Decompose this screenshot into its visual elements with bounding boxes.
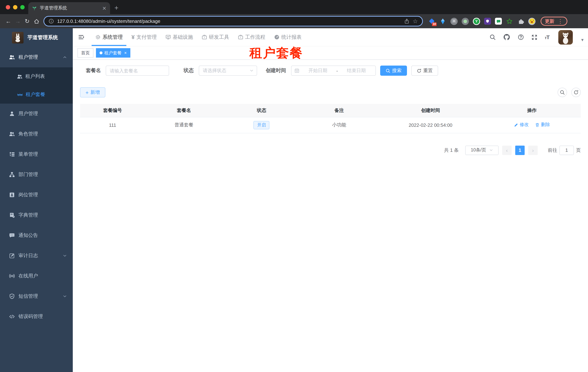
- diamond-extension-icon[interactable]: 10: [428, 18, 435, 25]
- sidebar-item-tenant-management[interactable]: 租户管理: [0, 47, 73, 67]
- chevron-up-icon: [63, 55, 67, 59]
- url-text[interactable]: 127.0.0.1:48080/admin-ui/system/tenant/p…: [57, 19, 401, 24]
- home-icon[interactable]: [32, 18, 41, 24]
- delete-button[interactable]: 删除: [535, 122, 550, 128]
- users-icon: [17, 74, 22, 79]
- sidebar-item-audit-log[interactable]: 审计日志: [0, 245, 73, 266]
- caret-down-icon[interactable]: ▼: [580, 37, 584, 42]
- kebab-menu-icon[interactable]: ⋮: [557, 18, 563, 24]
- extensions-row: 10 ⌘ Y: [428, 18, 536, 25]
- new-tab-button[interactable]: +: [115, 3, 118, 13]
- search-icon[interactable]: [489, 34, 495, 40]
- sidebar-item-dept-management[interactable]: 部门管理: [0, 164, 73, 185]
- bookmark-star-icon[interactable]: ☆: [413, 18, 418, 25]
- tab-close-icon[interactable]: ✕: [102, 5, 106, 11]
- extension-badge: 10: [432, 22, 437, 26]
- table-header-row: 套餐编号 套餐名 状态 备注 创建时间 操作: [80, 104, 581, 117]
- tag-home[interactable]: 首页: [77, 48, 94, 58]
- gear-icon: [95, 34, 101, 40]
- goto-page-input[interactable]: [559, 145, 574, 155]
- tag-label: 租户套餐: [104, 50, 122, 56]
- sidebar-item-online-users[interactable]: 在线用户: [0, 266, 73, 286]
- status-placeholder: 请选择状态: [203, 67, 250, 74]
- share-icon[interactable]: [404, 19, 409, 24]
- github-icon[interactable]: [503, 34, 510, 41]
- kite-extension-icon[interactable]: [439, 18, 446, 25]
- window-zoom-button[interactable]: [20, 5, 25, 10]
- window-close-button[interactable]: [6, 5, 10, 10]
- edit-button[interactable]: 修改: [514, 122, 529, 128]
- browser-toolbar: ← → ↻ 127.0.0.1:48080/admin-ui/system/te…: [0, 14, 588, 28]
- seedling-favicon-icon: [32, 6, 37, 11]
- forward-icon[interactable]: →: [13, 18, 22, 24]
- reset-button[interactable]: 重置: [411, 65, 438, 76]
- font-size-icon[interactable]: тT: [545, 34, 549, 40]
- tag-tenant-package[interactable]: 租户套餐 ×: [96, 48, 130, 58]
- sidebar-item-notice[interactable]: 通知公告: [0, 225, 73, 245]
- window-controls[interactable]: [6, 5, 25, 10]
- command-extension-icon[interactable]: ⌘: [451, 18, 458, 25]
- fullscreen-icon[interactable]: [531, 34, 537, 40]
- sidebar-item-label: 用户管理: [19, 110, 38, 117]
- sidebar-item-tenant-package[interactable]: 租户套餐: [0, 85, 73, 104]
- search-button[interactable]: 搜索: [380, 65, 407, 76]
- end-date-placeholder: 结束日期: [340, 67, 373, 74]
- browser-update-button[interactable]: 更新 ⋮: [541, 17, 567, 26]
- active-dot: [100, 52, 103, 54]
- prev-page-button[interactable]: ‹: [502, 145, 512, 155]
- sidebar-item-user-management[interactable]: 用户管理: [0, 104, 73, 124]
- back-icon[interactable]: ←: [4, 18, 13, 24]
- sidebar-collapse-icon[interactable]: [73, 34, 88, 40]
- add-button[interactable]: + 新增: [80, 87, 105, 97]
- record-extension-icon[interactable]: [462, 18, 469, 25]
- sidebar-item-menu-management[interactable]: 菜单管理: [0, 144, 73, 164]
- chat-extension-icon[interactable]: [495, 18, 502, 25]
- site-info-icon[interactable]: [49, 19, 54, 24]
- toolbox-icon: [202, 34, 207, 40]
- sidebar-item-dict-management[interactable]: 字典管理: [0, 205, 73, 225]
- emoji-avatar-icon[interactable]: [528, 18, 536, 25]
- sidebar-item-post-management[interactable]: 岗位管理: [0, 185, 73, 205]
- window-minimize-button[interactable]: [13, 5, 17, 10]
- top-nav-workflow[interactable]: 工作流程: [233, 28, 270, 46]
- refresh-table-button[interactable]: [571, 88, 581, 97]
- reload-icon[interactable]: ↻: [22, 18, 32, 25]
- avatar[interactable]: [558, 30, 573, 44]
- page-size-select[interactable]: 10条/页: [465, 145, 499, 155]
- status-select[interactable]: 请选择状态: [199, 65, 257, 76]
- puzzle-extensions-icon[interactable]: [517, 18, 524, 25]
- top-nav-dev-tools[interactable]: 研发工具: [197, 28, 233, 46]
- url-bar[interactable]: 127.0.0.1:48080/admin-ui/system/tenant/p…: [43, 16, 423, 26]
- y-extension-icon[interactable]: Y: [473, 18, 480, 25]
- top-nav-system[interactable]: 系统管理: [91, 28, 127, 46]
- page-unit-label: 页: [576, 147, 581, 153]
- shield-extension-icon[interactable]: [484, 18, 491, 25]
- top-nav-payment[interactable]: ¥ 支付管理: [127, 28, 161, 46]
- top-nav-infra[interactable]: 基础设施: [161, 28, 197, 46]
- package-name-input[interactable]: [106, 65, 169, 76]
- sidebar-item-role-management[interactable]: 角色管理: [0, 124, 73, 144]
- question-icon[interactable]: [518, 34, 524, 40]
- tag-close-icon[interactable]: ×: [124, 50, 127, 55]
- edit-label: 修改: [520, 122, 529, 128]
- sidebar-item-tenant-list[interactable]: 租户列表: [0, 67, 73, 85]
- sidebar-item-error-code[interactable]: 错误码管理: [0, 307, 73, 327]
- page-1-button[interactable]: 1: [515, 145, 525, 155]
- sidebar-item-label: 字典管理: [19, 212, 38, 218]
- header-remark: 备注: [300, 104, 378, 117]
- pagination: 共 1 条 10条/页 ‹ 1 › 前往 页: [80, 145, 581, 155]
- add-label: 新增: [91, 89, 100, 96]
- toggle-search-button[interactable]: [557, 88, 567, 97]
- next-page-button[interactable]: ›: [528, 145, 538, 155]
- star-extension-icon[interactable]: [506, 18, 513, 25]
- update-label: 更新: [545, 18, 554, 24]
- top-nav-report[interactable]: 统计报表: [270, 28, 306, 46]
- sidebar-item-sms-management[interactable]: 短信管理: [0, 286, 73, 307]
- status-badge[interactable]: 开启: [254, 121, 270, 129]
- content: 套餐名 状态 请选择状态 创建时间 开始日期 - 结束日期: [73, 65, 588, 155]
- browser-tab[interactable]: 芋道管理系统 ✕: [28, 2, 110, 14]
- sidebar-item-label: 岗位管理: [19, 191, 38, 198]
- sidebar-logo[interactable]: 芋道管理系统: [0, 28, 73, 47]
- date-range-picker[interactable]: 开始日期 - 结束日期: [291, 65, 376, 76]
- cell-package-name: 普通套餐: [145, 117, 223, 133]
